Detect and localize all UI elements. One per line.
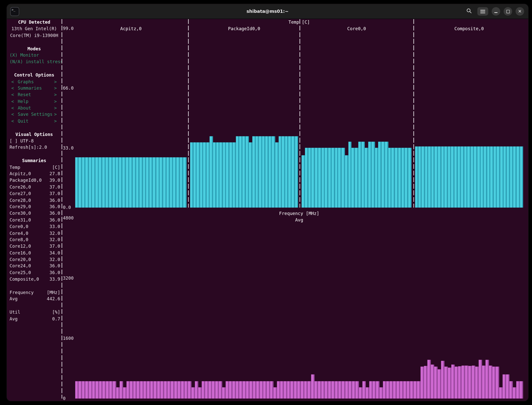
- freq-bar: [92, 381, 96, 399]
- temp-bar: [243, 136, 246, 208]
- freq-bar: [338, 381, 342, 399]
- freq-bar: [205, 381, 209, 399]
- refresh-rate-field[interactable]: Refresh[s]:2.0: [7, 144, 62, 151]
- cpu-detected-heading: CPU Detected: [7, 19, 62, 26]
- temp-bar: [288, 136, 292, 208]
- freq-bar: [253, 381, 256, 399]
- temp-bar: [160, 157, 163, 208]
- freq-bar: [438, 369, 441, 398]
- temp-bar: [150, 157, 153, 208]
- control-options-heading: Control Options: [7, 72, 62, 78]
- maximize-button[interactable]: [504, 7, 512, 16]
- freq-bar: [376, 381, 380, 399]
- temp-bar: [471, 146, 474, 208]
- cpu-name-line: 13th Gen Intel(R): [7, 26, 62, 32]
- freq-bar: [116, 387, 120, 399]
- temp-bar-series: [301, 28, 412, 207]
- terminal-app-icon[interactable]: >_: [10, 7, 19, 16]
- spacer-row: [7, 39, 62, 45]
- temp-bar: [484, 146, 487, 208]
- search-button[interactable]: [464, 7, 474, 16]
- temp-bar: [312, 148, 315, 208]
- temp-bar: [203, 142, 206, 208]
- summary-util-unit: [%]: [52, 309, 60, 315]
- spacer-row: [7, 151, 62, 157]
- mode-option[interactable]: (X) Monitor: [7, 52, 62, 58]
- temp-bar: [180, 157, 183, 208]
- freq-bar: [393, 381, 397, 399]
- temp-bar: [256, 136, 259, 208]
- minimize-button[interactable]: [492, 7, 500, 16]
- freq-bar: [260, 381, 263, 399]
- freq-bar: [198, 387, 202, 399]
- y-axis-line: [62, 19, 62, 399]
- temp-bar: [372, 141, 375, 207]
- freq-bar: [328, 381, 332, 399]
- summary-util-label: Util: [10, 309, 20, 315]
- freq-bar: [373, 381, 376, 399]
- freq-bar: [106, 381, 110, 399]
- freq-bar: [239, 381, 243, 399]
- freq-bar: [133, 381, 137, 399]
- freq-bar: [297, 381, 301, 399]
- temp-bar: [285, 136, 288, 208]
- freq-bar: [458, 366, 462, 398]
- freq-bar: [379, 387, 383, 399]
- utf8-checkbox[interactable]: [ ] UTF-8: [7, 138, 62, 144]
- freq-bar-series: [75, 218, 523, 399]
- menu-button-help[interactable]: <Help>: [7, 98, 62, 105]
- summary-frequency-avg-value: 442.6: [47, 296, 60, 302]
- freq-bar: [509, 381, 513, 399]
- temp-bar: [418, 146, 422, 208]
- temp-bar: [315, 148, 318, 208]
- temp-bar: [428, 146, 431, 208]
- temp-bar: [504, 146, 507, 208]
- menu-button[interactable]: [477, 7, 488, 16]
- temp-bar: [358, 141, 362, 207]
- temp-bar: [239, 136, 242, 208]
- temp-bar: [441, 146, 445, 208]
- terminal-window: >_ shibata@ms01:~ ✕: [7, 4, 528, 401]
- freq-bar: [335, 381, 339, 399]
- menu-button-about[interactable]: <About>: [7, 105, 62, 111]
- freq-bar: [96, 381, 99, 399]
- minimize-icon: [494, 12, 497, 13]
- freq-bar: [161, 381, 164, 399]
- mode-option[interactable]: (N/A) install stress: [7, 59, 62, 65]
- temp-bar: [153, 157, 156, 208]
- temp-bar: [491, 146, 494, 208]
- freq-bar: [520, 381, 523, 399]
- temp-bar: [461, 146, 464, 208]
- freq-bar: [137, 381, 140, 399]
- temp-bar: [89, 157, 92, 208]
- temp-bar: [109, 157, 112, 208]
- temp-bar: [85, 157, 88, 208]
- menu-button-reset[interactable]: <Reset>: [7, 91, 62, 98]
- freq-bar: [301, 381, 304, 399]
- summary-temp-row: Acpitz,027.8: [7, 171, 62, 177]
- temp-bar: [275, 142, 279, 208]
- temp-bar: [405, 148, 408, 208]
- temp-bar: [335, 148, 338, 208]
- menu-button-save-settings[interactable]: <Save Settings>: [7, 111, 62, 118]
- freq-bar: [280, 381, 284, 399]
- titlebar-controls: ✕: [464, 7, 528, 16]
- summary-temp-row: Core29,036.0: [7, 203, 62, 210]
- freq-bar: [79, 381, 82, 399]
- hamburger-menu-icon: [480, 10, 485, 13]
- menu-button-graphs[interactable]: <Graphs>: [7, 78, 62, 85]
- summary-temp-row: Composite,033.9: [7, 276, 62, 282]
- temp-bar: [252, 136, 256, 208]
- temp-bar: [132, 157, 136, 208]
- temp-bar: [385, 141, 388, 207]
- freq-bar: [274, 387, 277, 399]
- summary-temp-row: Core16,034.0: [7, 250, 62, 256]
- freq-bar: [123, 387, 127, 399]
- menu-button-quit[interactable]: <Quit>: [7, 118, 62, 124]
- menu-button-summaries[interactable]: <Summaries>: [7, 85, 62, 91]
- temperature-summary-list: Acpitz,027.8PackageId0,039.0Core26,037.0…: [7, 171, 62, 283]
- freq-bar: [256, 381, 260, 399]
- close-button[interactable]: ✕: [516, 7, 524, 16]
- temp-bar: [262, 136, 265, 208]
- temp-bar: [249, 142, 252, 208]
